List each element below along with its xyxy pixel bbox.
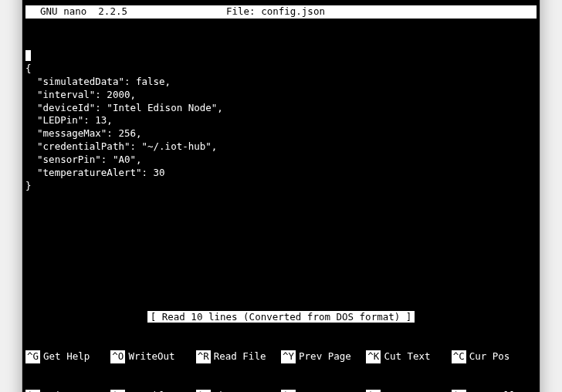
nano-app-label: GNU nano 2.2.5 (25, 5, 130, 19)
code-line: "interval": 2000, (25, 89, 136, 100)
status-message: [ Read 10 lines (Converted from DOS form… (147, 311, 415, 323)
shortcut-prev-page: ^YPrev Page (281, 350, 366, 363)
shortcuts-row-1: ^GGet Help ^OWriteOut ^RRead File ^YPrev… (25, 350, 537, 363)
code-line: "deviceId": "Intel Edison Node", (25, 102, 223, 113)
code-line: { (25, 63, 32, 74)
code-line: } (25, 180, 32, 191)
status-row: [ Read 10 lines (Converted from DOS form… (25, 311, 537, 324)
code-line: "LEDPin": 13, (25, 114, 113, 126)
cursor (25, 50, 31, 61)
shortcut-cut-text: ^KCut Text (366, 350, 451, 363)
code-line: "simulatedData": false, (25, 76, 171, 87)
nano-file-label: File: config.json (223, 5, 537, 19)
shortcut-read-file: ^RRead File (196, 350, 281, 363)
code-line: "messageMax": 256, (25, 127, 142, 139)
terminal-window: 1. ssh GNU nano 2.2.5 File: config.json … (22, 0, 540, 392)
nano-header: GNU nano 2.2.5 File: config.json (25, 5, 537, 19)
terminal-viewport[interactable]: GNU nano 2.2.5 File: config.json { "simu… (22, 0, 540, 392)
editor-content[interactable]: { "simulatedData": false, "interval": 20… (25, 49, 537, 193)
shortcut-get-help: ^GGet Help (25, 350, 110, 363)
shortcut-cur-pos: ^CCur Pos (452, 350, 537, 363)
shortcut-writeout: ^OWriteOut (110, 350, 195, 363)
code-line: "credentialPath": "~/.iot-hub", (25, 140, 217, 152)
code-line: "temperatureAlert": 30 (25, 167, 165, 178)
code-line: "sensorPin": "A0", (25, 154, 142, 165)
